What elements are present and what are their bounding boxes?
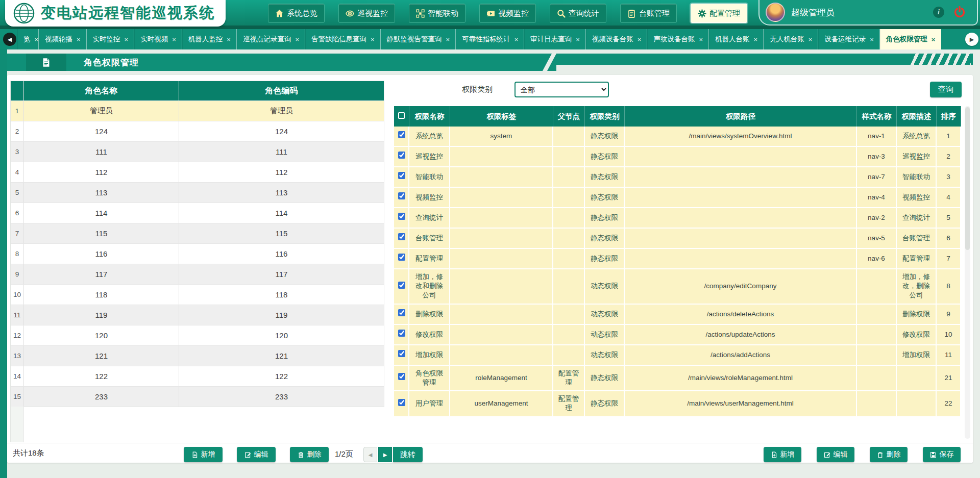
nav-button[interactable]: 系统总览 xyxy=(268,4,325,23)
close-icon[interactable]: × xyxy=(371,36,375,43)
permission-row[interactable]: 查询统计静态权限nav-2查询统计5 xyxy=(394,208,961,229)
tab[interactable]: 机器人台账× xyxy=(709,29,764,49)
role-row[interactable]: 14122122 xyxy=(11,366,384,386)
avatar[interactable] xyxy=(766,3,785,22)
nav-button[interactable]: 巡视监控 xyxy=(338,4,395,23)
role-row[interactable]: 9117117 xyxy=(11,264,384,284)
row-checkbox[interactable] xyxy=(398,373,405,380)
tab[interactable]: 声纹设备台账× xyxy=(647,29,709,49)
perm-type-select[interactable]: 全部 xyxy=(514,82,609,97)
close-icon[interactable]: × xyxy=(35,36,39,43)
tab-scroll-right-icon[interactable]: ▶ xyxy=(965,33,978,46)
close-icon[interactable]: × xyxy=(172,36,176,43)
next-page-icon[interactable]: ▶ xyxy=(378,447,392,462)
select-all-checkbox[interactable] xyxy=(394,106,409,127)
perm-save-button[interactable]: 保存 xyxy=(923,447,961,462)
permission-row[interactable]: 删除权限动态权限/actions/deleteActions删除权限9 xyxy=(394,305,961,325)
permission-row[interactable]: 巡视监控静态权限nav-3巡视监控2 xyxy=(394,147,961,167)
tab[interactable]: 审计日志查询× xyxy=(524,29,586,49)
perm-table-scrollbar[interactable] xyxy=(965,106,970,439)
close-icon[interactable]: × xyxy=(932,36,936,43)
tab-scroll-left-icon[interactable]: ◀ xyxy=(3,33,16,46)
tab[interactable]: 告警缺陷信息查询× xyxy=(305,29,381,49)
close-icon[interactable]: × xyxy=(446,36,450,43)
close-icon[interactable]: × xyxy=(295,36,299,43)
permission-row[interactable]: 系统总览system静态权限/main/views/systemOverview… xyxy=(394,127,961,147)
row-checkbox[interactable] xyxy=(398,213,405,220)
tab[interactable]: 实时监控× xyxy=(87,29,135,49)
role-row[interactable]: 8116116 xyxy=(11,243,384,264)
row-checkbox[interactable] xyxy=(398,233,405,240)
role-delete-button[interactable]: 删除 xyxy=(290,447,329,462)
tab[interactable]: 览× xyxy=(17,29,39,49)
role-row[interactable]: 13121121 xyxy=(11,345,384,366)
search-button[interactable]: 查询 xyxy=(930,82,962,97)
tab[interactable]: 机器人监控× xyxy=(182,29,237,49)
permission-row[interactable]: 视频监控静态权限nav-4视频监控4 xyxy=(394,188,961,208)
prev-page-icon[interactable]: ◀ xyxy=(363,447,377,462)
close-icon[interactable]: × xyxy=(77,36,81,43)
jump-page-button[interactable]: 跳转 xyxy=(393,447,423,462)
role-edit-button[interactable]: 编辑 xyxy=(237,447,276,462)
row-checkbox[interactable] xyxy=(398,399,405,406)
tab[interactable]: 可靠性指标统计× xyxy=(456,29,524,49)
permission-row[interactable]: 台账管理静态权限nav-5台账管理6 xyxy=(394,229,961,249)
perm-edit-button[interactable]: 编辑 xyxy=(817,447,854,462)
role-cell: 管理员 xyxy=(24,101,179,121)
tab[interactable]: 静默监视告警查询× xyxy=(381,29,456,49)
permission-row[interactable]: 用户管理userManagement配置管理静态权限/main/views/us… xyxy=(394,391,961,417)
row-checkbox[interactable] xyxy=(398,309,405,316)
role-add-button[interactable]: 新增 xyxy=(184,447,223,462)
role-row[interactable]: 6114114 xyxy=(11,203,384,223)
role-row[interactable]: 10118118 xyxy=(11,284,384,305)
role-row[interactable]: 1管理员管理员 xyxy=(11,100,384,121)
tab[interactable]: 设备运维记录× xyxy=(818,29,880,49)
row-checkbox[interactable] xyxy=(398,330,405,337)
row-checkbox[interactable] xyxy=(398,282,405,289)
role-row[interactable]: 11119119 xyxy=(11,305,384,325)
role-row[interactable]: 5113113 xyxy=(11,182,384,203)
close-icon[interactable]: × xyxy=(699,36,703,43)
row-checkbox[interactable] xyxy=(398,192,405,199)
close-icon[interactable]: × xyxy=(808,36,813,43)
tab[interactable]: 无人机台账× xyxy=(764,29,818,49)
role-row[interactable]: 12120120 xyxy=(11,325,384,345)
permission-row[interactable]: 修改权限动态权限/actions/updateActions修改权限10 xyxy=(394,325,961,345)
nav-button[interactable]: 查询统计 xyxy=(550,4,606,23)
close-icon[interactable]: × xyxy=(638,36,642,43)
close-icon[interactable]: × xyxy=(514,36,519,43)
nav-button[interactable]: 智能联动 xyxy=(409,4,465,23)
permission-row[interactable]: 增加权限动态权限/actions/addActions增加权限11 xyxy=(394,345,961,366)
role-row[interactable]: 7115115 xyxy=(11,223,384,243)
perm-delete-button[interactable]: 删除 xyxy=(870,447,908,462)
nav-button[interactable]: 视频监控 xyxy=(479,4,536,23)
tab[interactable]: 实时视频× xyxy=(134,29,182,49)
row-checkbox[interactable] xyxy=(398,131,405,138)
row-checkbox[interactable] xyxy=(398,254,405,261)
row-checkbox[interactable] xyxy=(398,152,405,159)
close-icon[interactable]: × xyxy=(754,36,758,43)
close-icon[interactable]: × xyxy=(125,36,129,43)
permission-row[interactable]: 配置管理静态权限nav-6配置管理7 xyxy=(394,249,961,269)
power-icon[interactable] xyxy=(953,6,966,18)
permission-row[interactable]: 增加，修改和删除公司动态权限/company/editCompany增加，修改，… xyxy=(394,269,961,305)
info-icon[interactable]: i xyxy=(933,7,944,18)
close-icon[interactable]: × xyxy=(576,36,580,43)
perm-add-button[interactable]: 新增 xyxy=(764,447,801,462)
tab[interactable]: 视频设备台账× xyxy=(586,29,648,49)
role-row[interactable]: 2124124 xyxy=(11,121,384,141)
tab[interactable]: 角色权限管理× xyxy=(880,29,942,49)
role-row[interactable]: 3111111 xyxy=(11,141,384,162)
close-icon[interactable]: × xyxy=(227,36,231,43)
permission-row[interactable]: 角色权限管理roleManagement配置管理静态权限/main/views/… xyxy=(394,366,961,391)
role-row[interactable]: 4112112 xyxy=(11,162,384,182)
close-icon[interactable]: × xyxy=(870,36,874,43)
nav-button[interactable]: 配置管理 xyxy=(691,4,747,23)
permission-row[interactable]: 智能联动静态权限nav-7智能联动3 xyxy=(394,167,961,188)
tab[interactable]: 视频轮播× xyxy=(39,29,87,49)
row-checkbox[interactable] xyxy=(398,350,405,357)
role-row[interactable]: 15233233 xyxy=(11,386,384,407)
tab[interactable]: 巡视点记录查询× xyxy=(237,29,305,49)
row-checkbox[interactable] xyxy=(398,172,405,179)
nav-button[interactable]: 台账管理 xyxy=(620,4,677,23)
